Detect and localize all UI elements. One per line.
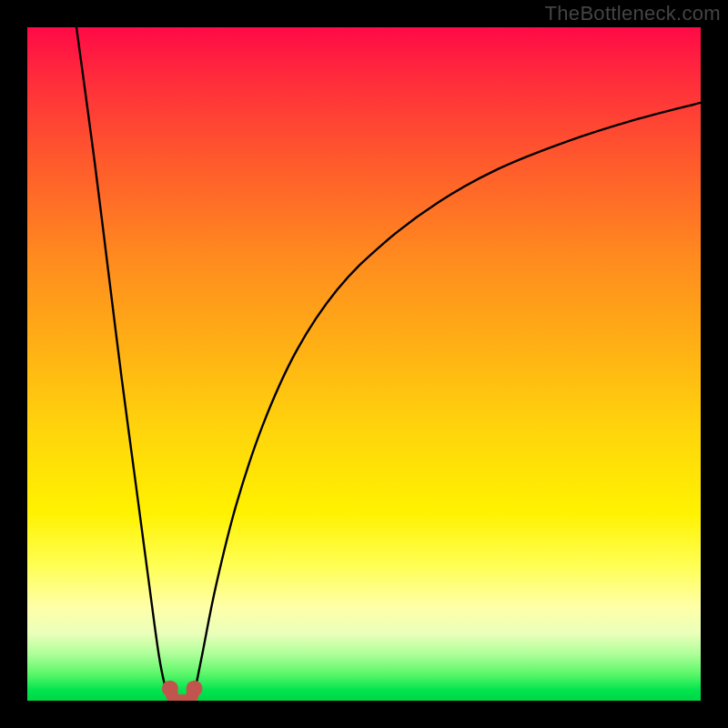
valley-knob-left xyxy=(162,681,178,697)
curve-left xyxy=(76,27,171,701)
watermark-text: TheBottleneck.com xyxy=(545,2,721,25)
curve-layer xyxy=(27,27,701,701)
plot-area xyxy=(27,27,701,701)
curve-right xyxy=(193,103,701,701)
chart-frame: TheBottleneck.com xyxy=(0,0,728,728)
valley-knob-right xyxy=(187,681,203,697)
